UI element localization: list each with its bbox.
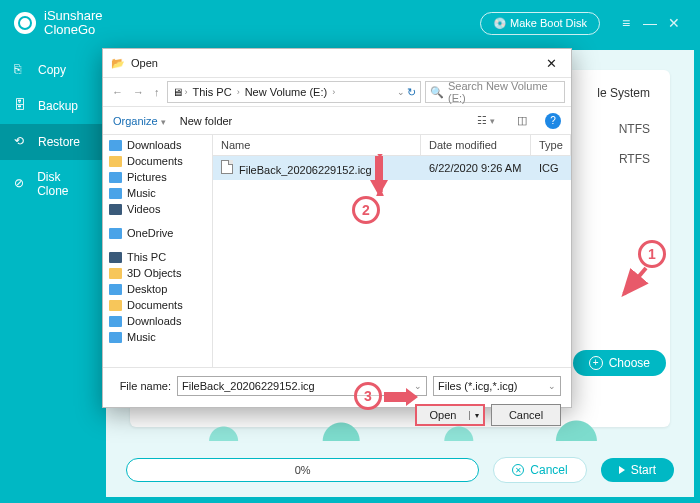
downloads-icon (109, 316, 122, 327)
preview-pane-icon[interactable]: ◫ (513, 114, 531, 127)
new-folder-button[interactable]: New folder (180, 115, 233, 127)
progress-bar: 0% (126, 458, 479, 482)
dialog-titlebar: 📂 Open ✕ (103, 49, 571, 77)
filetype-filter[interactable]: Files (*.icg,*.icg)⌄ (433, 376, 561, 396)
tree-item[interactable]: Music (103, 185, 212, 201)
file-row[interactable]: FileBack_20206229152.icg 6/22/2020 9:26 … (213, 156, 571, 180)
music-icon (109, 188, 122, 199)
tree-item[interactable]: Pictures (103, 169, 212, 185)
tree-item[interactable]: Downloads (103, 137, 212, 153)
file-list: Name Date modified Type FileBack_2020622… (213, 135, 571, 367)
tree-item[interactable]: 3D Objects (103, 265, 212, 281)
open-button[interactable]: Open▾ (415, 404, 485, 426)
chevron-right-icon: › (185, 87, 188, 97)
start-button[interactable]: Start (601, 458, 674, 482)
nav-up-icon[interactable]: ↑ (151, 86, 163, 98)
column-type[interactable]: Type (531, 135, 571, 155)
refresh-icon[interactable]: ↻ (407, 86, 416, 99)
nav-forward-icon[interactable]: → (130, 86, 147, 98)
chevron-down-icon: ▾ (161, 117, 166, 127)
open-dropdown-icon[interactable]: ▾ (469, 411, 483, 420)
file-list-header[interactable]: Name Date modified Type (213, 135, 571, 156)
tree-item[interactable]: Documents (103, 153, 212, 169)
search-input[interactable]: 🔍 Search New Volume (E:) (425, 81, 565, 103)
column-name[interactable]: Name (213, 135, 421, 155)
breadcrumb[interactable]: 🖥 › This PC › New Volume (E:) › ⌄ ↻ (167, 81, 422, 103)
pc-icon (109, 252, 122, 263)
tree-item[interactable]: This PC (103, 249, 212, 265)
play-icon (619, 466, 625, 474)
tree-item[interactable]: Videos (103, 201, 212, 217)
tree-item[interactable]: Desktop (103, 281, 212, 297)
sidebar-item-backup[interactable]: 🗄 Backup (0, 88, 106, 124)
sidebar-item-copy[interactable]: ⎘ Copy (0, 52, 106, 88)
sidebar-item-label: Copy (38, 63, 66, 77)
close-icon[interactable]: ✕ (662, 15, 686, 31)
column-date[interactable]: Date modified (421, 135, 531, 155)
restore-icon: ⟲ (14, 134, 30, 150)
file-date: 6/22/2020 9:26 AM (421, 158, 531, 178)
3d-objects-icon (109, 268, 122, 279)
sidebar-item-restore[interactable]: ⟲ Restore (0, 124, 106, 160)
choose-button[interactable]: + Choose (573, 350, 666, 376)
dialog-title: Open (131, 57, 534, 69)
view-options-icon[interactable]: ☷ ▾ (473, 114, 499, 127)
cancel-button[interactable]: ✕Cancel (493, 457, 586, 483)
copy-icon: ⎘ (14, 62, 30, 78)
tree-item[interactable]: Documents (103, 297, 212, 313)
chevron-down-icon[interactable]: ⌄ (548, 381, 556, 391)
dialog-footer: File name: FileBack_20206229152.icg⌄ Fil… (103, 367, 571, 434)
organize-menu[interactable]: Organize ▾ (113, 115, 166, 127)
bottom-bar: 0% ✕Cancel Start (126, 457, 674, 483)
search-placeholder: Search New Volume (E:) (448, 80, 560, 104)
tree-item[interactable]: Music (103, 329, 212, 345)
app-title: iSunshare CloneGo (44, 9, 103, 38)
plus-icon: + (589, 356, 603, 370)
chevron-down-icon[interactable]: ⌄ (397, 87, 405, 97)
sidebar: ⎘ Copy 🗄 Backup ⟲ Restore ⊘ Disk Clone (0, 46, 106, 503)
backup-icon: 🗄 (14, 98, 30, 114)
sidebar-item-label: Restore (38, 135, 80, 149)
file-open-dialog: 📂 Open ✕ ← → ↑ 🖥 › This PC › New Volume … (102, 48, 572, 408)
filename-label: File name: (113, 380, 171, 392)
minimize-icon[interactable]: — (638, 15, 662, 31)
chevron-right-icon: › (237, 87, 240, 97)
chevron-down-icon[interactable]: ⌄ (414, 381, 422, 391)
title-bar: iSunshare CloneGo 💿 Make Boot Disk ≡ — ✕ (0, 0, 700, 46)
search-icon: 🔍 (430, 86, 444, 99)
tree-item[interactable]: OneDrive (103, 225, 212, 241)
music-icon (109, 332, 122, 343)
documents-icon (109, 156, 122, 167)
dialog-cancel-button[interactable]: Cancel (491, 404, 561, 426)
folder-tree[interactable]: Downloads Documents Pictures Music Video… (103, 135, 213, 367)
documents-icon (109, 300, 122, 311)
disk-clone-icon: ⊘ (14, 176, 29, 192)
sidebar-item-disk-clone[interactable]: ⊘ Disk Clone (0, 160, 106, 208)
dialog-nav: ← → ↑ 🖥 › This PC › New Volume (E:) › ⌄ … (103, 77, 571, 107)
dialog-close-icon[interactable]: ✕ (540, 56, 563, 71)
file-type: ICG (531, 158, 571, 178)
sidebar-item-label: Backup (38, 99, 78, 113)
file-icon (221, 160, 233, 174)
pc-icon: 🖥 (172, 86, 183, 98)
help-icon[interactable]: ? (545, 113, 561, 129)
videos-icon (109, 204, 122, 215)
nav-back-icon[interactable]: ← (109, 86, 126, 98)
x-icon: ✕ (512, 464, 524, 476)
make-boot-disk-button[interactable]: 💿 Make Boot Disk (480, 12, 600, 35)
breadcrumb-segment[interactable]: New Volume (E:) (242, 86, 331, 98)
onedrive-icon (109, 228, 122, 239)
tree-item[interactable]: Downloads (103, 313, 212, 329)
chevron-right-icon: › (332, 87, 335, 97)
app-logo-icon (14, 12, 36, 34)
file-name: FileBack_20206229152.icg (239, 164, 372, 176)
pictures-icon (109, 172, 122, 183)
desktop-icon (109, 284, 122, 295)
filename-input[interactable]: FileBack_20206229152.icg⌄ (177, 376, 427, 396)
breadcrumb-segment[interactable]: This PC (190, 86, 235, 98)
downloads-icon (109, 140, 122, 151)
sidebar-item-label: Disk Clone (37, 170, 92, 198)
dialog-toolbar: Organize ▾ New folder ☷ ▾ ◫ ? (103, 107, 571, 135)
menu-icon[interactable]: ≡ (614, 15, 638, 31)
folder-open-icon: 📂 (111, 57, 125, 70)
